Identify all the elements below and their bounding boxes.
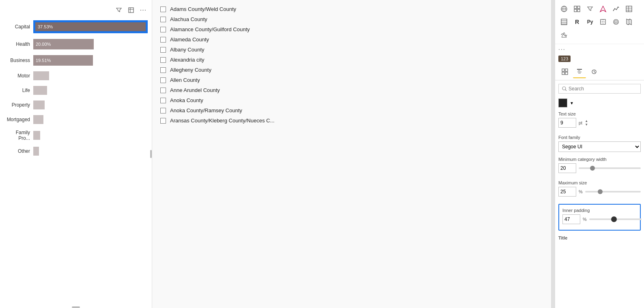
county-name: Anoka County/Ramsey County xyxy=(170,107,242,113)
map2-icon[interactable] xyxy=(623,16,635,28)
max-size-label: Maximum size xyxy=(558,180,641,185)
bar-label-other: Other xyxy=(4,148,33,154)
bar-label-health: Health xyxy=(4,41,33,47)
county-name: Alexandria city xyxy=(170,57,205,63)
county-checkbox[interactable] xyxy=(160,108,166,113)
badge-row: 123 xyxy=(555,54,644,64)
font-family-select[interactable]: Segoe UI Arial Calibri Times New Roman xyxy=(558,141,641,152)
bar-family xyxy=(33,131,40,140)
county-list-item[interactable]: Alamance County/Guilford County xyxy=(152,24,551,34)
bar-label-life: Life xyxy=(4,88,33,93)
max-size-group: Maximum size % xyxy=(555,178,644,201)
county-checkbox[interactable] xyxy=(160,17,166,22)
bar-chart: Capital 37.53% Health 20.00% Business 19… xyxy=(0,18,152,165)
tab-format[interactable] xyxy=(573,65,586,78)
resize-handle-bottom[interactable] xyxy=(72,306,80,308)
bar-row-family[interactable]: Family Pro... xyxy=(4,130,148,141)
svg-rect-8 xyxy=(574,9,577,12)
custom-visual-icon[interactable] xyxy=(597,16,609,28)
bar-row-capital[interactable]: Capital 37.53% xyxy=(4,20,148,33)
chart2-icon[interactable] xyxy=(610,3,622,15)
r-icon[interactable]: R xyxy=(571,16,583,28)
county-checkbox[interactable] xyxy=(160,67,166,73)
svg-rect-11 xyxy=(626,6,632,12)
county-list-item[interactable]: Allegheny County xyxy=(152,65,551,75)
county-list-item[interactable]: Allen County xyxy=(152,75,551,85)
tab-analytics[interactable] xyxy=(588,65,601,78)
max-size-input[interactable] xyxy=(558,187,576,197)
bar-motor xyxy=(33,71,49,80)
bar-row-other[interactable]: Other xyxy=(4,147,148,156)
county-name: Alameda County xyxy=(170,36,209,43)
color-swatch[interactable] xyxy=(558,98,567,107)
chart-panel: ··· Capital 37.53% Health 20.00% Busines… xyxy=(0,0,152,308)
table-icon[interactable] xyxy=(623,3,635,15)
map-icon[interactable] xyxy=(558,3,570,15)
max-size-slider[interactable] xyxy=(585,191,641,192)
county-name: Allegheny County xyxy=(170,67,211,73)
county-list-item[interactable]: Anoka County/Ramsey County xyxy=(152,105,551,116)
county-list-item[interactable]: Alameda County xyxy=(152,34,551,45)
max-size-unit: % xyxy=(579,189,583,194)
tab-grid[interactable] xyxy=(558,65,571,78)
county-list-item[interactable]: Anne Arundel County xyxy=(152,85,551,95)
bar-label-property: Property xyxy=(4,102,33,108)
py-icon[interactable]: Py xyxy=(584,16,596,28)
filter2-icon[interactable] xyxy=(584,3,596,15)
county-list-item[interactable]: Alexandria city xyxy=(152,55,551,65)
search-icon xyxy=(562,86,567,91)
search-bar[interactable] xyxy=(558,84,641,94)
bar-life xyxy=(33,86,47,95)
min-category-width-row xyxy=(558,163,641,173)
county-checkbox[interactable] xyxy=(160,37,166,43)
inner-padding-input[interactable] xyxy=(562,214,580,224)
donut-icon[interactable] xyxy=(610,16,622,28)
county-checkbox[interactable] xyxy=(160,57,166,63)
grid-icon[interactable] xyxy=(571,3,583,15)
search-input[interactable] xyxy=(569,86,637,92)
bar-row-business[interactable]: Business 19.51% xyxy=(4,55,148,66)
resize-handle-right[interactable] xyxy=(150,150,152,158)
bar-label-capital: Capital xyxy=(4,24,33,30)
bar-row-life[interactable]: Life xyxy=(4,86,148,95)
filter-icon[interactable] xyxy=(114,6,123,15)
county-checkbox[interactable] xyxy=(160,98,166,103)
inner-padding-slider[interactable] xyxy=(589,218,642,220)
bar-row-mortgaged[interactable]: Mortgaged xyxy=(4,115,148,124)
text-size-input[interactable] xyxy=(558,118,576,128)
bar-label-mortgaged: Mortgaged xyxy=(4,117,33,122)
color-dropdown-arrow[interactable]: ▼ xyxy=(570,101,574,105)
visualization-icons: R Py xyxy=(555,0,644,44)
min-category-width-input[interactable] xyxy=(558,163,576,173)
settings-panel: R Py ··· 123 xyxy=(555,0,644,308)
county-list-item[interactable]: Anoka County xyxy=(152,95,551,105)
county-list-item[interactable]: Alachua County xyxy=(152,14,551,24)
county-list-item[interactable]: Aransas County/Kleberg County/Nueces C..… xyxy=(152,116,551,126)
county-checkbox[interactable] xyxy=(160,27,166,32)
min-category-width-slider[interactable] xyxy=(579,167,641,169)
navigation-icon[interactable] xyxy=(597,3,609,15)
county-list-panel: Adams County/Weld CountyAlachua CountyAl… xyxy=(152,0,551,308)
bar-row-motor[interactable]: Motor xyxy=(4,71,148,80)
county-list-item[interactable]: Adams County/Weld County xyxy=(152,4,551,14)
min-category-width-label: Minimum category width xyxy=(558,157,641,162)
bar-mortgaged xyxy=(33,115,43,124)
bar-row-property[interactable]: Property xyxy=(4,101,148,109)
county-checkbox[interactable] xyxy=(160,77,166,83)
more-visuals-icon[interactable] xyxy=(558,29,570,41)
more-options-icon[interactable]: ··· xyxy=(139,6,148,15)
font-family-group: Font family Segoe UI Arial Calibri Times… xyxy=(555,133,644,154)
county-checkbox[interactable] xyxy=(160,6,166,12)
text-size-spinner[interactable]: ▲▼ xyxy=(585,119,588,126)
county-checkbox[interactable] xyxy=(160,88,166,93)
county-list-item[interactable]: Albany County xyxy=(152,45,551,55)
county-checkbox[interactable] xyxy=(160,118,166,124)
max-size-row: % xyxy=(558,187,641,197)
inner-padding-unit: % xyxy=(583,217,587,222)
expand-icon[interactable] xyxy=(127,6,136,15)
bar-other xyxy=(33,147,39,156)
list-icon[interactable] xyxy=(558,16,570,28)
bar-row-health[interactable]: Health 20.00% xyxy=(4,39,148,49)
county-checkbox[interactable] xyxy=(160,47,166,53)
svg-rect-30 xyxy=(562,72,564,75)
